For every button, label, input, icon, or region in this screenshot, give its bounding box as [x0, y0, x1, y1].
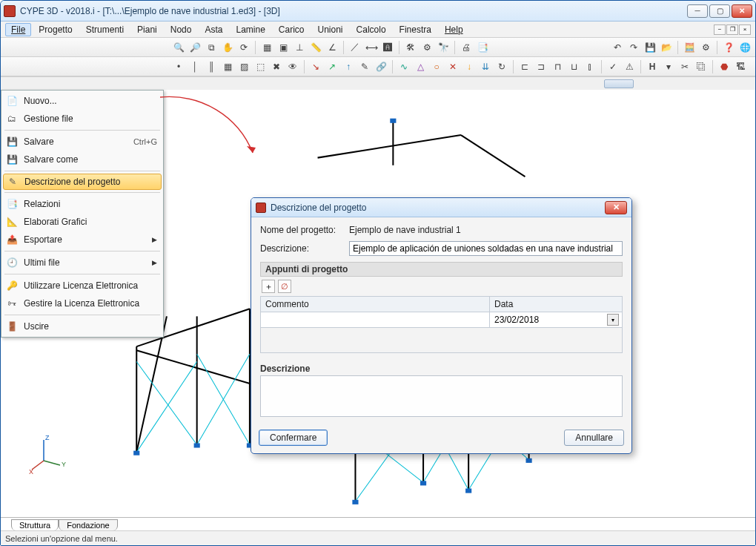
menu-strumenti[interactable]: Strumenti [80, 23, 130, 36]
axis-z-icon[interactable]: ↑ [341, 59, 356, 74]
viewport[interactable]: Z Y X 📄Nuovo...🗂Gestione file💾SalvareCtr… [1, 90, 755, 517]
help-icon[interactable]: ❓ [721, 40, 736, 55]
bar-icon[interactable]: │ [188, 59, 202, 74]
config-icon[interactable]: ⚙ [698, 40, 713, 55]
description-input[interactable] [349, 241, 623, 256]
calc-icon[interactable]: 🧮 [682, 40, 697, 55]
menu-item-nuovo-[interactable]: 📄Nuovo... [3, 92, 162, 110]
hatch-icon[interactable]: ▨ [236, 59, 251, 74]
hscroll-thumb[interactable] [604, 79, 634, 88]
tab-fondazione[interactable]: Fondazione [59, 519, 118, 530]
menu-unioni[interactable]: Unioni [312, 23, 349, 36]
tab-struttura[interactable]: Struttura [11, 519, 59, 530]
check-icon[interactable]: ✓ [606, 59, 620, 74]
settings-icon[interactable]: ⚙ [420, 40, 434, 55]
menu-nodo[interactable]: Nodo [165, 23, 198, 36]
axis-y-icon[interactable]: ↗ [325, 59, 339, 74]
menu-piani[interactable]: Piani [131, 23, 163, 36]
dist-load-icon[interactable]: ⇊ [478, 59, 493, 74]
maximize-button[interactable]: ▢ [709, 4, 730, 18]
menu-finestra[interactable]: Finestra [394, 23, 437, 36]
measure-icon[interactable]: 📏 [308, 40, 323, 55]
menu-item-descrizione-del-progetto[interactable]: ✎Descrizione del progetto [3, 174, 162, 190]
mdi-minimize[interactable]: − [714, 24, 726, 35]
menu-asta[interactable]: Asta [199, 23, 228, 36]
menu-progetto[interactable]: Progetto [33, 23, 78, 36]
dialog-close-button[interactable]: ✕ [605, 201, 627, 214]
pan-icon[interactable]: ✋ [220, 40, 235, 55]
grid-icon[interactable]: ▦ [259, 40, 274, 55]
menu-calcolo[interactable]: Calcolo [351, 23, 392, 36]
confirm-button[interactable]: Confermare [259, 430, 328, 446]
union2-icon[interactable]: ⊐ [534, 59, 548, 74]
print-icon[interactable]: 🖨 [459, 40, 474, 55]
close-button[interactable]: ✕ [732, 4, 752, 18]
minimize-button[interactable]: ─ [687, 4, 708, 18]
edit-prop-icon[interactable]: ✎ [357, 59, 372, 74]
axis-x-icon[interactable]: ↘ [308, 59, 323, 74]
menu-item-esportare[interactable]: 📤Esportare▶ [3, 231, 162, 249]
zoom-in-icon[interactable]: 🔍 [171, 40, 186, 55]
union1-icon[interactable]: ⊏ [517, 59, 532, 74]
add-note-button[interactable]: ＋ [262, 280, 275, 293]
redo-icon[interactable]: ↷ [626, 40, 641, 55]
save-icon[interactable]: 💾 [643, 40, 657, 55]
expand-icon[interactable]: ▾ [661, 59, 676, 74]
snap-icon[interactable]: ▣ [276, 40, 291, 55]
dim-icon[interactable]: ⟷ [364, 40, 379, 55]
app2-icon[interactable]: 🏗 [733, 59, 748, 74]
find-icon[interactable]: 🔭 [436, 40, 451, 55]
dialog-titlebar[interactable]: Descrizione del progetto ✕ [251, 198, 631, 217]
section-icon[interactable]: H [645, 59, 660, 74]
undo-icon[interactable]: ↶ [610, 40, 625, 55]
union3-icon[interactable]: ⊓ [550, 59, 565, 74]
menu-item-elaborati-grafici[interactable]: 📐Elaborati Grafici [3, 213, 162, 231]
stop-icon[interactable]: ⬣ [717, 59, 732, 74]
col-date[interactable]: Data [490, 297, 623, 312]
cross-icon[interactable]: ✕ [445, 59, 460, 74]
menu-item-gestire-la-licenza-elettronica[interactable]: 🗝Gestire la Licenza Elettronica [3, 295, 162, 312]
desc-textarea[interactable] [260, 375, 623, 417]
node-icon[interactable]: • [171, 59, 186, 74]
spring-icon[interactable]: ∿ [397, 59, 411, 74]
support-icon[interactable]: △ [413, 59, 428, 74]
table-row[interactable]: ▾ [261, 312, 623, 328]
text-icon[interactable]: 🅰 [380, 40, 395, 55]
line-icon[interactable]: ／ [348, 40, 362, 55]
mdi-restore[interactable]: ❐ [726, 24, 738, 35]
menu-help[interactable]: Help [439, 23, 469, 36]
date-dropdown-button[interactable]: ▾ [607, 314, 619, 326]
delete-note-button[interactable]: ∅ [278, 280, 291, 293]
eye-icon[interactable]: 👁 [285, 59, 300, 74]
union4-icon[interactable]: ⊔ [566, 59, 581, 74]
layers-icon[interactable]: 📑 [475, 40, 490, 55]
mdi-close[interactable]: × [739, 24, 751, 35]
copy-icon[interactable]: ⿻ [694, 59, 709, 74]
bars-icon[interactable]: ║ [204, 59, 219, 74]
zoom-fit-icon[interactable]: ⧉ [204, 40, 219, 55]
zoom-out-icon[interactable]: 🔎 [188, 40, 202, 55]
menu-item-salvare-come[interactable]: 💾Salvare come [3, 151, 162, 168]
date-input[interactable] [493, 314, 607, 326]
tools-icon[interactable]: 🛠 [403, 40, 418, 55]
menu-item-salvare[interactable]: 💾SalvareCtrl+G [3, 133, 162, 151]
menu-carico[interactable]: Carico [273, 23, 311, 36]
load-icon[interactable]: ↓ [462, 59, 477, 74]
open-icon[interactable]: 📂 [659, 40, 674, 55]
cell-comment[interactable] [261, 312, 490, 328]
moment-icon[interactable]: ↻ [494, 59, 509, 74]
globe-icon[interactable]: 🌐 [737, 40, 752, 55]
warn-icon[interactable]: ⚠ [622, 59, 637, 74]
menu-file[interactable]: File [5, 23, 31, 36]
hscroll[interactable] [1, 76, 755, 90]
union5-icon[interactable]: ⫿ [583, 59, 597, 74]
select-icon[interactable]: ⬚ [253, 59, 268, 74]
menu-item-uscire[interactable]: 🚪Uscire [3, 318, 162, 335]
angle-icon[interactable]: ∠ [325, 40, 339, 55]
link-icon[interactable]: 🔗 [374, 59, 388, 74]
menu-lamine[interactable]: Lamine [230, 23, 271, 36]
rotate-icon[interactable]: ⟳ [236, 40, 251, 55]
release-icon[interactable]: ○ [429, 59, 444, 74]
menu-item-ultimi-file[interactable]: 🕘Ultimi file▶ [3, 254, 162, 272]
menu-item-gestione-file[interactable]: 🗂Gestione file [3, 110, 162, 128]
